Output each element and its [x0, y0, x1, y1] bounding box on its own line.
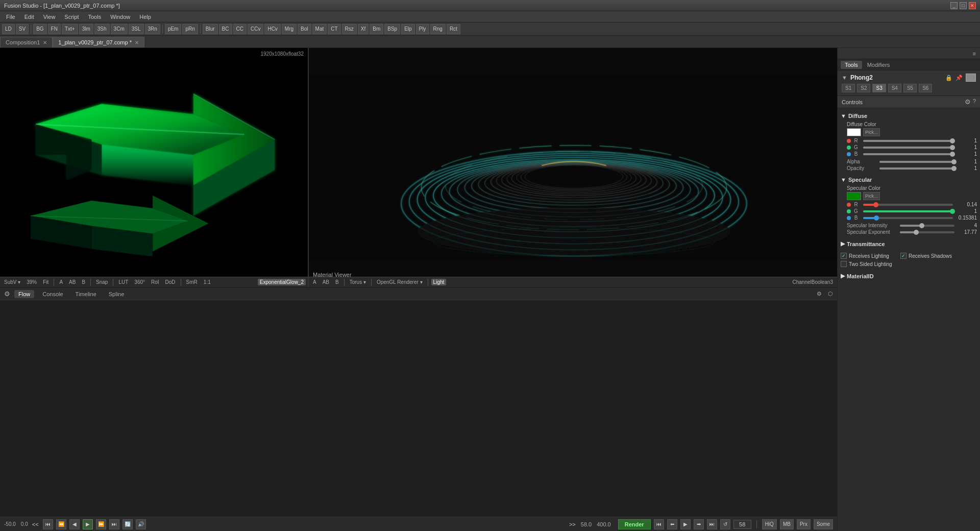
maximize-button[interactable]: □ — [960, 2, 967, 9]
pb5[interactable]: ⏭ — [707, 519, 717, 529]
pb6[interactable]: ↺ — [720, 519, 730, 529]
audio-button[interactable]: 🔊 — [136, 519, 146, 529]
playback-skip-back[interactable]: << — [32, 521, 39, 527]
viewer-b2[interactable]: B — [333, 279, 341, 285]
tool-bsp[interactable]: BSp — [384, 24, 400, 34]
tool-bg[interactable]: BG — [33, 24, 46, 34]
tool-ld[interactable]: LD — [2, 24, 15, 34]
tool-3rn[interactable]: 3Rn — [145, 24, 160, 34]
specular-pick-button[interactable]: Pick... — [863, 192, 880, 200]
left-viewer-canvas[interactable]: 1920x1080xfloat32 — [0, 48, 308, 287]
transmittance-section-header[interactable]: ▶ Transmittance — [841, 239, 977, 249]
pb4[interactable]: ➡ — [694, 519, 704, 529]
tool-mat[interactable]: Mat — [312, 24, 327, 34]
diffuse-r-slider[interactable] — [863, 140, 953, 142]
spec-b-thumb[interactable] — [874, 215, 879, 221]
quality-some[interactable]: Some — [814, 519, 833, 529]
quality-mb[interactable]: MB — [780, 519, 794, 529]
materialid-section-header[interactable]: ▶ MaterialID — [841, 271, 977, 281]
menu-script[interactable]: Script — [60, 13, 83, 21]
menu-help[interactable]: Help — [135, 13, 155, 21]
tool-blur[interactable]: Blur — [203, 24, 218, 34]
close-button[interactable]: ✕ — [969, 2, 976, 9]
menu-view[interactable]: View — [39, 13, 60, 21]
receives-shadows-item[interactable]: Receives Shadows — [900, 253, 952, 259]
phong-tab-s6[interactable]: S6 — [919, 84, 932, 92]
viewer-subv[interactable]: SubV ▾ — [2, 279, 22, 285]
phong-tab-s2[interactable]: S2 — [857, 84, 870, 92]
next-frame-button[interactable]: ⏭ — [109, 519, 119, 529]
tool-txt[interactable]: Txt+ — [62, 24, 78, 34]
diffuse-r-thumb[interactable] — [950, 138, 955, 143]
tool-elp[interactable]: Elp — [401, 24, 414, 34]
spec-exponent-thumb[interactable] — [914, 230, 919, 235]
diffuse-g-slider[interactable] — [863, 147, 953, 149]
receives-shadows-checkbox[interactable] — [900, 253, 906, 259]
tab-comp1-close[interactable]: ✕ — [43, 40, 47, 45]
alpha-slider[interactable] — [879, 161, 954, 163]
minimize-button[interactable]: _ — [950, 2, 958, 9]
ng-tab-spline[interactable]: Spline — [105, 290, 129, 298]
frame-input[interactable] — [733, 520, 751, 529]
play-back-button[interactable]: ◀ — [69, 519, 80, 529]
controls-settings-icon[interactable]: ⚙ — [965, 98, 971, 106]
quality-hiq[interactable]: HiQ — [762, 519, 777, 529]
viewer-fit[interactable]: Fit — [41, 279, 51, 285]
ng-tab-timeline[interactable]: Timeline — [71, 290, 101, 298]
spec-intensity-slider[interactable] — [900, 225, 954, 227]
tool-rsz[interactable]: Rsz — [342, 24, 357, 34]
step-fwd-button[interactable]: ⏩ — [96, 519, 106, 529]
diffuse-color-swatch[interactable] — [847, 128, 861, 136]
spec-r-slider[interactable] — [863, 204, 953, 206]
viewer-a[interactable]: A — [57, 279, 65, 285]
tool-sv[interactable]: SV — [16, 24, 29, 34]
tool-rct[interactable]: Rct — [447, 24, 460, 34]
playback-skip-fwd[interactable]: >> — [569, 521, 576, 527]
tool-bol[interactable]: Bol — [298, 24, 311, 34]
spec-intensity-thumb[interactable] — [919, 223, 924, 228]
viewer-zoom[interactable]: 39% — [24, 279, 39, 285]
diffuse-section-header[interactable]: ▼ Diffuse — [841, 111, 977, 120]
phong-pin-icon[interactable]: 📌 — [955, 75, 963, 81]
viewer-smr[interactable]: SmR — [184, 279, 200, 285]
play-button[interactable]: ▶ — [83, 519, 93, 529]
spec-g-slider[interactable] — [863, 210, 953, 212]
tool-3lm[interactable]: 3lm — [79, 24, 93, 34]
viewer-ab[interactable]: AB — [67, 279, 78, 285]
menu-file[interactable]: File — [2, 13, 19, 21]
tool-bm[interactable]: Bm — [370, 24, 383, 34]
viewer-opengl[interactable]: OpenGL Renderer ▾ — [375, 279, 425, 285]
tool-ccv[interactable]: CCv — [248, 24, 263, 34]
panel-collapse-icon[interactable]: ≡ — [973, 51, 976, 57]
viewer-360[interactable]: 360° — [132, 279, 147, 285]
viewer-ab2[interactable]: AB — [321, 279, 331, 285]
viewer-light[interactable]: Light — [431, 279, 447, 285]
diffuse-g-thumb[interactable] — [950, 145, 955, 150]
tools-tab[interactable]: Tools — [841, 61, 862, 69]
phong-tab-s1[interactable]: S1 — [842, 84, 855, 92]
tool-ct[interactable]: CT — [328, 24, 340, 34]
tool-prn[interactable]: pRn — [182, 24, 198, 34]
phong-tab-s5[interactable]: S5 — [903, 84, 917, 92]
tool-3cm[interactable]: 3Cm — [111, 24, 128, 34]
viewer-dod[interactable]: DoD — [163, 279, 178, 285]
tab-comp2-close[interactable]: ✕ — [135, 40, 139, 45]
tool-rng[interactable]: Rng — [430, 24, 446, 34]
tab-comp2[interactable]: 1_plan_v0029_ptr_07.comp * ✕ — [53, 37, 144, 47]
section-expand-icon[interactable]: ▼ — [842, 75, 847, 81]
receives-lighting-item[interactable]: Receives Lighting — [841, 253, 889, 259]
viewer-snap[interactable]: Snap — [94, 279, 110, 285]
phong-lock-icon[interactable]: 🔒 — [945, 75, 952, 81]
modifiers-tab[interactable]: Modifiers — [863, 61, 894, 69]
viewer-11[interactable]: 1:1 — [202, 279, 213, 285]
tool-hcv[interactable]: HCv — [264, 24, 280, 34]
tool-fn[interactable]: FN — [48, 24, 61, 34]
tool-ply[interactable]: Ply — [416, 24, 429, 34]
pb2[interactable]: ⬅ — [667, 519, 677, 529]
diffuse-b-slider[interactable] — [863, 153, 953, 155]
pb1[interactable]: ⏮ — [654, 519, 664, 529]
diffuse-b-thumb[interactable] — [950, 152, 955, 157]
ng-settings-icon[interactable]: ⚙ — [817, 291, 822, 297]
tool-3sh[interactable]: 3Sh — [94, 24, 110, 34]
controls-help-icon[interactable]: ? — [973, 98, 976, 106]
